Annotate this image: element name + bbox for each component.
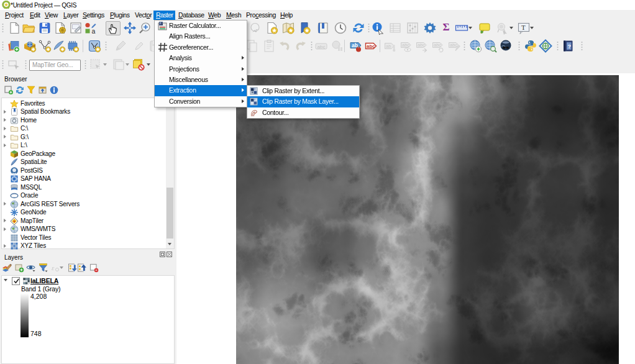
svg-text:abc: abc xyxy=(318,44,326,50)
svg-text:abc: abc xyxy=(450,42,457,48)
svg-text:abc: abc xyxy=(434,42,441,48)
svg-text:abc: abc xyxy=(367,43,375,49)
svg-text:abc: abc xyxy=(418,42,425,48)
svg-text:ab: ab xyxy=(386,43,391,49)
svg-text:T: T xyxy=(521,24,526,31)
svg-text:ε: ε xyxy=(52,264,55,271)
svg-text:a: a xyxy=(92,27,96,35)
svg-text:?: ? xyxy=(568,43,572,50)
svg-text:abc: abc xyxy=(402,42,409,48)
